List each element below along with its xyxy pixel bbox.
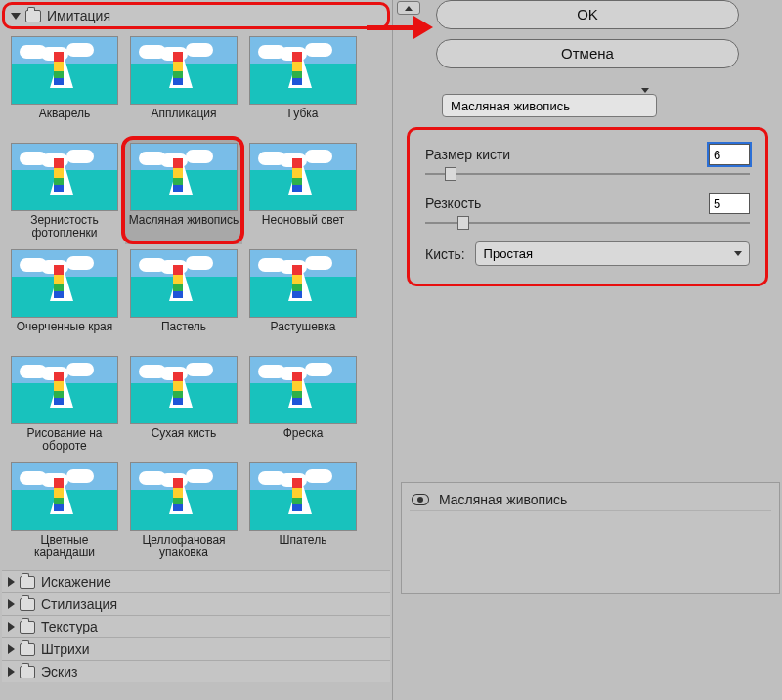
chevron-right-icon — [8, 644, 15, 654]
category-label: Стилизация — [41, 596, 117, 612]
filter-thumb[interactable]: Аппликация — [125, 33, 242, 138]
filter-thumb[interactable]: Неоновый свет — [244, 140, 362, 244]
folder-icon — [20, 598, 35, 611]
chevron-right-icon — [8, 599, 15, 609]
thumb-label: Растушевка — [271, 321, 336, 348]
brush-type-dropdown[interactable]: Простая — [475, 241, 750, 266]
folder-icon — [20, 621, 35, 634]
thumb-label: Губка — [288, 108, 319, 135]
folder-icon — [20, 576, 35, 589]
filter-thumb[interactable]: Пастель — [125, 246, 242, 351]
category-label: Искажение — [41, 574, 111, 590]
thumb-preview — [130, 462, 238, 531]
thumb-label: Пастель — [161, 321, 206, 348]
thumb-preview — [130, 143, 238, 211]
filter-settings-panel: OK Отмена Масляная живопись Размер кисти… — [393, 0, 782, 700]
thumb-preview — [249, 143, 357, 211]
category-label: Штрихи — [41, 641, 90, 657]
thumb-preview — [249, 462, 357, 531]
filter-gallery-panel: Имитация АкварельАппликацияГубкаЗернисто… — [0, 0, 393, 700]
filter-params-group: Размер кисти Резкость Кисть: Простая — [407, 127, 768, 286]
category-header[interactable]: Эскиз — [2, 660, 390, 682]
filter-thumb[interactable]: Масляная живопись — [125, 140, 242, 244]
filter-thumb[interactable]: Цветные карандаши — [6, 459, 123, 564]
thumb-label: Сухая кисть — [152, 427, 217, 455]
thumb-label: Рисование на обороте — [9, 427, 120, 455]
chevron-right-icon — [8, 667, 15, 677]
filter-thumb[interactable]: Растушевка — [244, 246, 362, 351]
brush-size-label: Размер кисти — [425, 147, 510, 162]
thumb-preview — [249, 356, 357, 424]
effect-layers-panel: Масляная живопись — [401, 482, 780, 594]
folder-icon — [25, 10, 41, 22]
thumb-label: Акварель — [39, 108, 90, 135]
category-label: Имитация — [47, 8, 110, 23]
visibility-icon[interactable] — [412, 494, 429, 505]
sharpness-label: Резкость — [425, 196, 481, 211]
thumb-label: Фреска — [283, 427, 324, 455]
category-label: Эскиз — [41, 664, 77, 679]
thumb-preview — [130, 249, 238, 318]
effect-layer-label: Масляная живопись — [439, 492, 567, 507]
filter-thumb[interactable]: Зернистость фотопленки — [6, 140, 123, 244]
filter-thumb[interactable]: Целлофановая упаковка — [125, 459, 242, 564]
brush-size-slider[interactable] — [425, 173, 750, 175]
thumb-preview — [11, 143, 118, 211]
filter-thumb[interactable]: Фреска — [244, 353, 362, 458]
category-imitation-header[interactable]: Имитация — [2, 2, 390, 29]
filter-thumb[interactable]: Сухая кисть — [125, 353, 242, 458]
thumb-preview — [130, 356, 238, 424]
effect-layer-row[interactable]: Масляная живопись — [410, 489, 771, 511]
cancel-button[interactable]: Отмена — [436, 39, 739, 68]
thumb-preview — [249, 36, 357, 105]
filter-thumb[interactable]: Рисование на обороте — [6, 353, 123, 458]
chevron-right-icon — [8, 622, 15, 632]
collapse-gallery-button[interactable] — [397, 1, 420, 15]
filter-thumb[interactable]: Акварель — [6, 33, 123, 138]
sharpness-input[interactable] — [709, 193, 750, 214]
category-label: Текстура — [41, 619, 98, 634]
thumb-label: Цветные карандаши — [9, 534, 120, 561]
filter-thumbnails-grid: АкварельАппликацияГубкаЗернистость фотоп… — [2, 29, 390, 570]
filter-thumb[interactable]: Губка — [244, 33, 362, 138]
thumb-preview — [11, 36, 118, 105]
thumb-label: Масляная живопись — [129, 214, 239, 241]
category-header[interactable]: Стилизация — [2, 592, 390, 615]
thumb-label: Неоновый свет — [262, 214, 344, 241]
thumb-preview — [11, 462, 118, 531]
thumb-label: Зернистость фотопленки — [9, 214, 120, 241]
thumb-label: Очерченные края — [17, 321, 113, 348]
folder-icon — [20, 666, 35, 678]
filter-thumb[interactable]: Шпатель — [244, 459, 362, 564]
thumb-preview — [130, 36, 238, 105]
category-header[interactable]: Искажение — [2, 570, 390, 592]
filter-dropdown[interactable]: Масляная живопись — [442, 94, 657, 117]
category-header[interactable]: Штрихи — [2, 637, 390, 660]
thumb-label: Шпатель — [280, 534, 327, 561]
chevron-right-icon — [8, 577, 15, 587]
thumb-preview — [11, 249, 118, 318]
brush-type-label: Кисть: — [425, 246, 465, 262]
category-header[interactable]: Текстура — [2, 615, 390, 637]
ok-button[interactable]: OK — [436, 0, 739, 29]
thumb-preview — [249, 249, 357, 318]
thumb-label: Аппликация — [152, 108, 217, 135]
thumb-label: Целлофановая упаковка — [128, 534, 239, 561]
filter-thumb[interactable]: Очерченные края — [6, 246, 123, 351]
folder-icon — [20, 643, 35, 656]
thumb-preview — [11, 356, 118, 424]
chevron-up-icon — [405, 6, 413, 11]
chevron-down-icon — [11, 13, 21, 20]
sharpness-slider[interactable] — [425, 222, 750, 224]
brush-size-input[interactable] — [709, 144, 750, 165]
